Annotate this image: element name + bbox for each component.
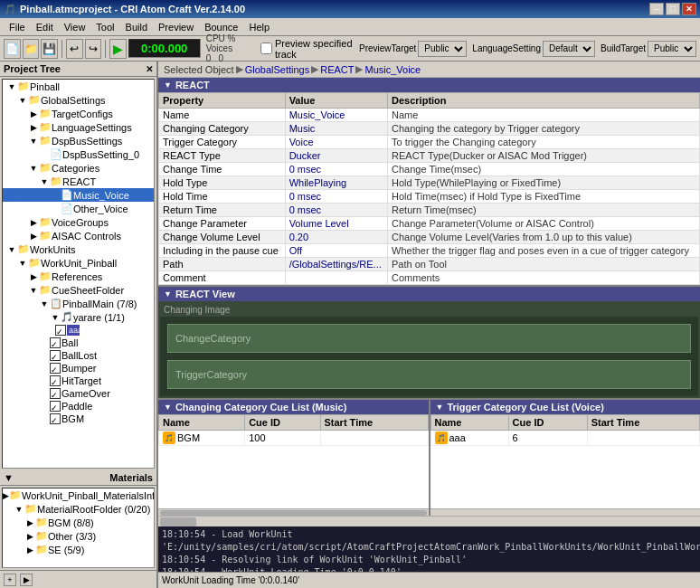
- prop-value[interactable]: 0.20: [285, 231, 387, 244]
- prop-value[interactable]: Off: [285, 244, 387, 258]
- menu-file[interactable]: File: [4, 20, 31, 34]
- mat-se[interactable]: ▶ 📁 SE (5/9): [3, 543, 154, 556]
- prop-value[interactable]: Voice: [285, 136, 387, 149]
- prop-name: Trigger Category: [159, 136, 286, 149]
- menu-help[interactable]: Help: [243, 20, 275, 34]
- tree-hittarget[interactable]: HitTarget: [3, 375, 154, 387]
- close-button[interactable]: ✕: [682, 3, 696, 15]
- prop-value[interactable]: Music_Voice: [285, 109, 387, 122]
- paddle-checkbox[interactable]: [50, 401, 61, 412]
- tree-dspbussettings[interactable]: ▼ 📁 DspBusSettings: [3, 134, 154, 147]
- tree-pinball[interactable]: ▼ 📁 Pinball: [3, 80, 154, 93]
- redo-button[interactable]: ↪: [85, 39, 102, 59]
- language-select[interactable]: Default: [543, 41, 595, 57]
- menu-edit[interactable]: Edit: [31, 20, 59, 34]
- ball-checkbox[interactable]: [50, 337, 61, 348]
- menu-bounce[interactable]: Bounce: [199, 20, 243, 34]
- tree-references[interactable]: ▶ 📁 References: [3, 270, 154, 283]
- new-button[interactable]: 📄: [4, 39, 21, 59]
- preview-checkbox[interactable]: [260, 43, 272, 54]
- tree-pinballmain[interactable]: ▼ 📋 PinballMain (7/8): [3, 297, 154, 310]
- prop-row-9[interactable]: Change Volume Level 0.20 Change Volume L…: [159, 231, 700, 244]
- tree-bumper[interactable]: Bumper: [3, 362, 154, 375]
- tree-workunits[interactable]: ▼ 📁 WorkUnits: [3, 242, 154, 256]
- save-button[interactable]: 💾: [41, 39, 58, 59]
- menu-tool[interactable]: Tool: [90, 20, 119, 34]
- bgm-checkbox[interactable]: [50, 413, 61, 424]
- menu-view[interactable]: View: [59, 20, 91, 34]
- tree-paddle[interactable]: Paddle: [3, 400, 154, 413]
- hittarget-checkbox[interactable]: [50, 375, 61, 386]
- mat-other[interactable]: ▶ 📁 Other (3/3): [3, 529, 154, 543]
- changing-row-bgm[interactable]: 🎵 BGM 100: [159, 431, 429, 446]
- tree-other-voice[interactable]: 📄 Other_Voice: [3, 202, 154, 215]
- tree-aaa[interactable]: aaa: [3, 324, 154, 337]
- trigger-row-aaa[interactable]: 🎵 aaa 6: [430, 431, 700, 446]
- tree-voicegroups[interactable]: ▶ 📁 VoiceGroups: [3, 215, 154, 229]
- tree-ball[interactable]: Ball: [3, 337, 154, 349]
- prop-value[interactable]: 0 msec: [285, 163, 387, 176]
- gameover-checkbox[interactable]: [50, 388, 61, 399]
- tree-globalsettings[interactable]: ▼ 📁 GlobalSettings: [3, 93, 154, 107]
- prop-row-4[interactable]: Change Time 0 msec Change Time(msec): [159, 163, 700, 176]
- breadcrumb-react[interactable]: REACT: [320, 64, 354, 75]
- prop-row-3[interactable]: REACT Type Ducker REACT Type(Ducker or A…: [159, 149, 700, 163]
- project-tree[interactable]: ▼ 📁 Pinball ▼ 📁 GlobalSettings ▶ 📁 Targe…: [2, 79, 155, 469]
- hscrollbar[interactable]: [158, 516, 700, 526]
- prop-value[interactable]: Volume Level: [285, 217, 387, 231]
- prop-row-8[interactable]: Change Parameter Volume Level Change Par…: [159, 217, 700, 231]
- prop-row-10[interactable]: Including in the pause cue Off Whether t…: [159, 244, 700, 258]
- breadcrumb-global[interactable]: GlobalSettings: [245, 64, 310, 75]
- prop-value[interactable]: [285, 271, 387, 285]
- tree-react[interactable]: ▼ 📁 REACT: [3, 175, 154, 188]
- prop-row-0[interactable]: Name Music_Voice Name: [159, 109, 700, 122]
- prop-row-12[interactable]: Comment Comments: [159, 271, 700, 285]
- prop-value[interactable]: Ducker: [285, 149, 387, 163]
- open-button[interactable]: 📁: [23, 39, 40, 59]
- tree-balllost[interactable]: BallLost: [3, 349, 154, 362]
- undo-button[interactable]: ↩: [66, 39, 83, 59]
- add-btn[interactable]: +: [4, 574, 16, 586]
- breadcrumb-musicvoice[interactable]: Music_Voice: [364, 64, 421, 75]
- prop-value[interactable]: WhilePlaying: [285, 176, 387, 190]
- aaa-checkbox[interactable]: [55, 325, 66, 336]
- preview-check[interactable]: Preview specified track: [260, 38, 357, 60]
- prop-row-5[interactable]: Hold Type WhilePlaying Hold Type(WhilePl…: [159, 176, 700, 190]
- tree-yarare[interactable]: ▼ 🎵 yarare (1/1): [3, 310, 154, 324]
- prop-value[interactable]: 0 msec: [285, 190, 387, 204]
- prop-value[interactable]: /GlobalSettings/RE...: [285, 258, 387, 271]
- tree-workunit-pinball[interactable]: ▼ 📁 WorkUnit_Pinball: [3, 256, 154, 270]
- tree-categories[interactable]: ▼ 📁 Categories: [3, 161, 154, 175]
- materials-tree[interactable]: ▶ 📁 WorkUnit_Pinball_MaterialsInfo ▼ 📁 M…: [2, 488, 155, 568]
- prop-value[interactable]: Music: [285, 122, 387, 136]
- tree-targetconfigs[interactable]: ▶ 📁 TargetConfigs: [3, 107, 154, 120]
- maximize-button[interactable]: □: [666, 3, 680, 15]
- mat-workunit[interactable]: ▶ 📁 WorkUnit_Pinball_MaterialsInfo: [3, 488, 154, 502]
- play-bottom-btn[interactable]: ▶: [20, 574, 33, 586]
- build-target-select[interactable]: Public: [648, 41, 696, 57]
- prop-value[interactable]: 0 msec: [285, 204, 387, 217]
- tree-bgm[interactable]: BGM: [3, 413, 154, 425]
- prop-row-2[interactable]: Trigger Category Voice To trigger the Ch…: [159, 136, 700, 149]
- tree-cuesheetfolder[interactable]: ▼ 📁 CueSheetFolder: [3, 283, 154, 297]
- tree-languagesettings[interactable]: ▶ 📁 LanguageSettings: [3, 120, 154, 134]
- left-panel: Project Tree ✕ ▼ 📁 Pinball ▼ 📁 GlobalSet…: [0, 62, 158, 588]
- preview-target-select[interactable]: Public: [418, 41, 467, 57]
- mat-rootfolder[interactable]: ▼ 📁 MaterialRootFolder (0/20): [3, 502, 154, 516]
- prop-row-6[interactable]: Hold Time 0 msec Hold Time(msec) if Hold…: [159, 190, 700, 204]
- play-button[interactable]: ▶: [109, 39, 127, 59]
- prop-row-7[interactable]: Return Time 0 msec Return Time(msec): [159, 204, 700, 217]
- tree-music-voice[interactable]: 📄 Music_Voice: [3, 188, 154, 202]
- tree-aisac[interactable]: ▶ 📁 AISAC Controls: [3, 229, 154, 242]
- minimize-button[interactable]: ─: [649, 3, 664, 15]
- prop-row-1[interactable]: Changing Category Music Changing the cat…: [159, 122, 700, 136]
- bumper-checkbox[interactable]: [50, 363, 61, 374]
- balllost-checkbox[interactable]: [50, 350, 61, 361]
- menu-preview[interactable]: Preview: [153, 20, 199, 34]
- prop-row-11[interactable]: Path /GlobalSettings/RE... Path on Tool: [159, 258, 700, 271]
- tree-gameover[interactable]: GameOver: [3, 387, 154, 400]
- mat-bgm[interactable]: ▶ 📁 BGM (8/8): [3, 516, 154, 529]
- tree-dspbussetting0[interactable]: 📄 DspBusSetting_0: [3, 147, 154, 161]
- panel-close-btn[interactable]: ✕: [146, 64, 153, 74]
- menu-build[interactable]: Build: [120, 20, 153, 34]
